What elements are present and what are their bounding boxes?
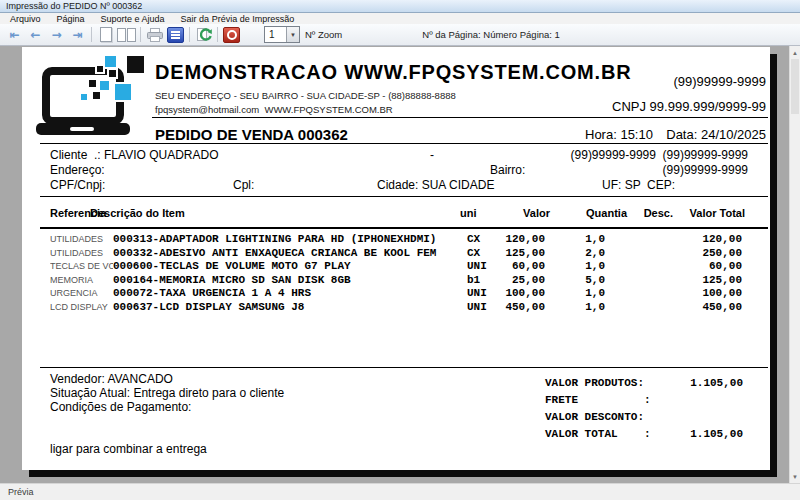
exit-icon bbox=[223, 27, 240, 43]
col-header-valor: Valor bbox=[523, 207, 550, 219]
last-page-button[interactable]: ⇥ bbox=[67, 26, 88, 43]
first-page-button[interactable]: ⇤ bbox=[4, 26, 25, 43]
zoom-select[interactable]: 1 ▼ bbox=[264, 26, 300, 43]
cell-desconto bbox=[627, 287, 673, 301]
app-window: Impressão do PEDIDO Nº 000362 Arquivo Pá… bbox=[0, 0, 800, 500]
client-address-label: Endereço: bbox=[50, 163, 105, 177]
cell-total: 450,00 bbox=[673, 301, 745, 315]
company-cnpj: CNPJ 99.999.999/9999-99 bbox=[612, 99, 766, 114]
cell-valor: 25,00 bbox=[505, 274, 550, 288]
company-name: DEMONSTRACAO WWW.FPQSYSTEM.COM.BR bbox=[155, 61, 631, 84]
scrollbar-thumb[interactable] bbox=[791, 59, 799, 114]
cell-ref: URGENCIA bbox=[50, 287, 113, 301]
client-bairro-label: Bairro: bbox=[490, 163, 525, 177]
col-header-uni: uni bbox=[460, 207, 477, 219]
chevron-down-icon[interactable]: ▼ bbox=[286, 27, 299, 42]
table-row: LCD DISPLAY000637-LCD DISPLAY SAMSUNG J8… bbox=[50, 301, 770, 315]
menu-sair-previa[interactable]: Sair da Prévia de Impressão bbox=[173, 14, 303, 24]
client-cpl-label: Cpl: bbox=[233, 178, 254, 192]
cell-valor: 120,00 bbox=[505, 233, 550, 247]
next-page-button[interactable]: → bbox=[46, 26, 67, 43]
grand-total-label: VALOR TOTAL : bbox=[545, 428, 651, 440]
toolbar-separator bbox=[140, 27, 141, 42]
client-city: Cidade: SUA CIDADE bbox=[377, 178, 494, 192]
divider bbox=[152, 117, 768, 118]
refresh-icon bbox=[196, 27, 212, 42]
document-page: DEMONSTRACAO WWW.FPQSYSTEM.COM.BR (99)99… bbox=[22, 47, 770, 470]
cell-qtd: 5,0 bbox=[550, 274, 627, 288]
divider bbox=[40, 367, 768, 368]
vertical-scrollbar[interactable]: ▲ ▼ bbox=[789, 46, 800, 483]
toolbar: ⇤ ← → ⇥ 1 ▼ Nº Zoom bbox=[0, 24, 800, 46]
order-title: PEDIDO DE VENDA 000362 bbox=[155, 126, 348, 143]
table-row: TECLAS DE VO000600-TECLAS DE VOLUME MOTO… bbox=[50, 260, 770, 274]
next-page-icon: → bbox=[51, 29, 61, 41]
cell-valor: 450,00 bbox=[505, 301, 550, 315]
total-products-label: VALOR PRODUTOS: bbox=[545, 377, 644, 389]
refresh-button[interactable] bbox=[193, 26, 214, 43]
exit-preview-button[interactable] bbox=[221, 26, 242, 43]
col-header-quantia: Quantia bbox=[586, 207, 627, 219]
cell-desc: 000313-ADAPTADOR LIGHTINING PARA HD (IPH… bbox=[113, 233, 460, 247]
cell-total: 60,00 bbox=[673, 260, 745, 274]
menu-bar: Arquivo Página Suporte e Ajuda Sair da P… bbox=[0, 13, 800, 24]
cell-uni: b1 bbox=[460, 274, 505, 288]
print-setup-button[interactable] bbox=[165, 26, 186, 43]
two-page-view-button[interactable] bbox=[116, 26, 137, 43]
col-header-valor-total: Valor Total bbox=[690, 207, 745, 219]
freight-label: FRETE : bbox=[545, 394, 651, 406]
cell-total: 120,00 bbox=[673, 233, 745, 247]
cell-uni: UNI bbox=[460, 287, 505, 301]
cell-desconto bbox=[627, 247, 673, 261]
cell-desconto bbox=[627, 301, 673, 315]
col-header-desc: Desc. bbox=[644, 207, 673, 219]
two-pages-icon bbox=[117, 28, 136, 42]
previous-page-icon: ← bbox=[30, 29, 40, 41]
cell-desc: 000072-TAXA URGENCIA 1 A 4 HRS bbox=[113, 287, 460, 301]
grand-total-value: 1.105,00 bbox=[690, 428, 743, 440]
cell-desc: 000637-LCD DISPLAY SAMSUNG J8 bbox=[113, 301, 460, 315]
zoom-value: 1 bbox=[265, 29, 286, 40]
cell-valor: 100,00 bbox=[505, 287, 550, 301]
col-header-descricao: Descrição do Item bbox=[90, 207, 185, 219]
menu-suporte-ajuda[interactable]: Suporte e Ajuda bbox=[93, 14, 173, 24]
scroll-down-button[interactable]: ▼ bbox=[790, 470, 800, 483]
cell-ref: UTILIDADES bbox=[50, 247, 113, 261]
cell-valor: 60,00 bbox=[505, 260, 550, 274]
print-button[interactable] bbox=[144, 26, 165, 43]
menu-pagina[interactable]: Página bbox=[49, 14, 93, 24]
table-row: MEMORIA000164-MEMORIA MICRO SD SAN DISK … bbox=[50, 274, 770, 288]
single-page-view-button[interactable] bbox=[95, 26, 116, 43]
company-email: fpqsystem@hotmail.com bbox=[155, 104, 259, 115]
company-phone: (99)99999-9999 bbox=[673, 74, 766, 89]
divider bbox=[40, 143, 768, 144]
preview-workspace: DEMONSTRACAO WWW.FPQSYSTEM.COM.BR (99)99… bbox=[0, 46, 800, 483]
client-phones: (99)99999-9999 (99)99999-9999 bbox=[571, 148, 748, 162]
cell-uni: CX bbox=[460, 233, 505, 247]
cell-uni: UNI bbox=[460, 260, 505, 274]
window-title: Impressão do PEDIDO Nº 000362 bbox=[6, 1, 142, 11]
cell-uni: UNI bbox=[460, 301, 505, 315]
cell-desconto bbox=[627, 260, 673, 274]
scroll-up-button[interactable]: ▲ bbox=[790, 46, 800, 59]
company-address: SEU ENDEREÇO - SEU BAIRRO - SUA CIDADE-S… bbox=[155, 90, 456, 101]
client-dash: - bbox=[430, 148, 434, 162]
cell-ref: LCD DISPLAY bbox=[50, 301, 113, 315]
company-logo bbox=[36, 55, 148, 139]
company-website: WWW.FPQSYSTEM.COM.BR bbox=[264, 104, 392, 115]
client-cpf-label: CPF/Cnpj: bbox=[50, 178, 105, 192]
previous-page-button[interactable]: ← bbox=[25, 26, 46, 43]
total-products-value: 1.105,00 bbox=[690, 377, 743, 389]
cell-desc: 000332-ADESIVO ANTI ENXAQUECA CRIANCA BE… bbox=[113, 247, 460, 261]
cell-ref: MEMORIA bbox=[50, 274, 113, 288]
client-name: Cliente .: FLAVIO QUADRADO bbox=[50, 148, 219, 162]
table-row: UTILIDADES000332-ADESIVO ANTI ENXAQUECA … bbox=[50, 247, 770, 261]
cell-qtd: 2,0 bbox=[550, 247, 627, 261]
cell-valor: 125,00 bbox=[505, 247, 550, 261]
client-phone2: (99)99999-9999 bbox=[663, 163, 748, 177]
cell-qtd: 1,0 bbox=[550, 301, 627, 315]
cell-qtd: 1,0 bbox=[550, 287, 627, 301]
menu-arquivo[interactable]: Arquivo bbox=[2, 14, 49, 24]
status-text: Prévia bbox=[8, 487, 34, 497]
single-page-icon bbox=[100, 27, 112, 42]
